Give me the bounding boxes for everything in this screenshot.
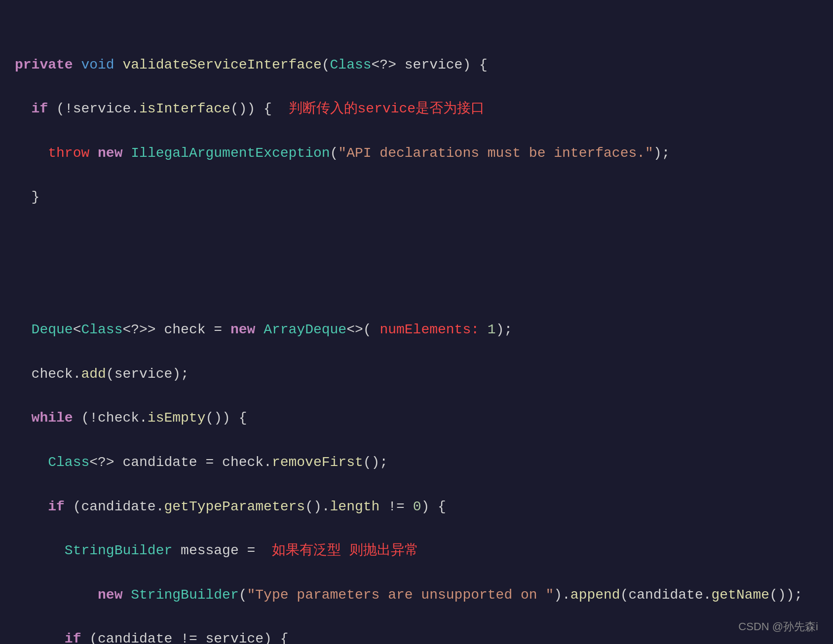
line-13: new StringBuilder("Type parameters are u… (15, 584, 818, 607)
line-2: if (!service.isInterface()) { 判断传入的servi… (15, 98, 818, 120)
line-1: private void validateServiceInterface(Cl… (15, 54, 818, 76)
watermark: CSDN @孙先森i (738, 619, 818, 634)
line-6 (15, 275, 818, 297)
code-block: private void validateServiceInterface(Cl… (15, 10, 818, 644)
line-11: if (candidate.getTypeParameters().length… (15, 496, 818, 518)
line-14: if (candidate != service) { (15, 628, 818, 644)
line-10: Class<?> candidate = check.removeFirst()… (15, 452, 818, 474)
line-7: Deque<Class<?>> check = new ArrayDeque<>… (15, 319, 818, 341)
line-9: while (!check.isEmpty()) { (15, 407, 818, 429)
code-container: private void validateServiceInterface(Cl… (0, 0, 833, 644)
line-8: check.add(service); (15, 363, 818, 386)
line-3: throw new IllegalArgumentException("API … (15, 143, 818, 165)
line-12: StringBuilder message = 如果有泛型 则抛出异常 (15, 540, 818, 562)
line-4: } (15, 186, 818, 209)
line-5 (15, 231, 818, 253)
